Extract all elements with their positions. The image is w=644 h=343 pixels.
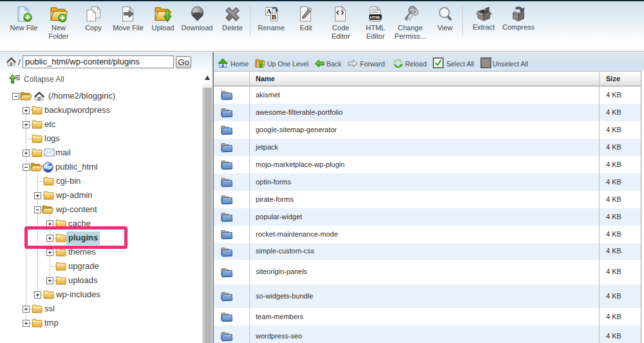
svg-text:HTML: HTML bbox=[370, 15, 381, 19]
svg-text:B: B bbox=[272, 13, 277, 21]
